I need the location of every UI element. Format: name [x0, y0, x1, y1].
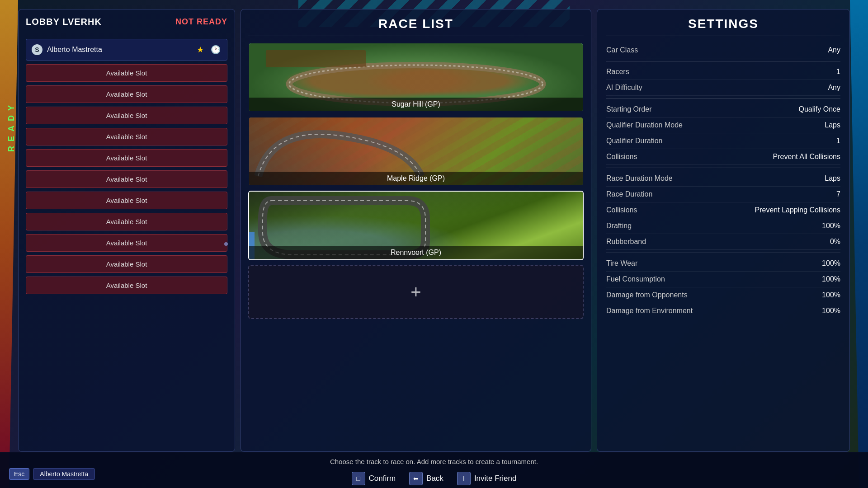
- slot-7[interactable]: Available Slot: [26, 192, 227, 209]
- setting-race-duration-value: 7: [836, 190, 840, 198]
- setting-car-class[interactable]: Car Class Any: [606, 42, 840, 58]
- clock-icon[interactable]: 🕐: [210, 44, 222, 56]
- setting-car-class-value: Any: [828, 46, 840, 54]
- setting-drafting[interactable]: Drafting 100%: [606, 218, 840, 234]
- setting-collisions-2-label: Collisions: [606, 206, 637, 214]
- setting-damage-environment-value: 100%: [822, 307, 840, 315]
- add-track-button[interactable]: +: [248, 265, 584, 319]
- slot-4[interactable]: Available Slot: [26, 128, 227, 145]
- race-list-title: RACE LIST: [248, 17, 584, 36]
- setting-race-duration-mode[interactable]: Race Duration Mode Laps: [606, 171, 840, 187]
- setting-qualifier-duration[interactable]: Qualifier Duration 1: [606, 133, 840, 149]
- setting-tire-wear-label: Tire Wear: [606, 259, 637, 267]
- confirm-label: Confirm: [369, 474, 396, 483]
- setting-tire-wear-value: 100%: [822, 259, 840, 267]
- setting-damage-opponents[interactable]: Damage from Opponents 100%: [606, 287, 840, 303]
- track-rennvoort-name: Rennvoort (GP): [249, 246, 583, 259]
- setting-tire-wear[interactable]: Tire Wear 100%: [606, 256, 840, 272]
- setting-collisions-1[interactable]: Collisions Prevent All Collisions: [606, 149, 840, 165]
- setting-collisions-1-value: Prevent All Collisions: [773, 153, 840, 161]
- race-list-content: Sugar Hill (GP) Maple Ridge (GP): [248, 42, 584, 444]
- hint-text: Choose the track to race on. Add more tr…: [330, 458, 538, 465]
- main-container: LOBBY LVERHK NOT READY S Alberto Mastret…: [18, 9, 850, 452]
- steam-icon: S: [32, 44, 42, 55]
- confirm-icon: □: [352, 472, 365, 485]
- setting-qualifier-duration-mode-label: Qualifier Duration Mode: [606, 121, 683, 129]
- setting-collisions-2-value: Prevent Lapping Collisions: [755, 206, 840, 214]
- setting-race-duration-label: Race Duration: [606, 190, 652, 198]
- track-sugar-hill[interactable]: Sugar Hill (GP): [248, 42, 584, 112]
- invite-friend-button[interactable]: I Invite Friend: [457, 472, 517, 485]
- slot-8[interactable]: Available Slot: [26, 213, 227, 230]
- slot-2[interactable]: Available Slot: [26, 85, 227, 103]
- race-panel: RACE LIST Sugar Hill (GP): [241, 9, 591, 452]
- setting-starting-order-label: Starting Order: [606, 105, 651, 113]
- confirm-button[interactable]: □ Confirm: [352, 472, 396, 485]
- invite-label: Invite Friend: [474, 474, 517, 483]
- setting-racers-label: Racers: [606, 68, 629, 76]
- invite-icon: I: [457, 472, 471, 485]
- track-maple-ridge[interactable]: Maple Ridge (GP): [248, 117, 584, 186]
- ready-side-label: READY: [7, 101, 16, 152]
- divider-3: [606, 168, 840, 168]
- setting-racers[interactable]: Racers 1: [606, 64, 840, 80]
- slot-11[interactable]: Available Slot: [26, 277, 227, 294]
- setting-race-duration-mode-label: Race Duration Mode: [606, 174, 673, 183]
- slot-3[interactable]: Available Slot: [26, 107, 227, 124]
- bottom-bar: Choose the track to race on. Add more tr…: [0, 452, 868, 488]
- back-icon: ⬅: [409, 472, 423, 485]
- player-name: Alberto Mastretta: [47, 46, 190, 54]
- setting-starting-order-value: Qualify Once: [799, 105, 840, 113]
- back-button[interactable]: ⬅ Back: [409, 472, 443, 485]
- setting-qualifier-duration-mode-value: Laps: [825, 121, 840, 129]
- divider-4: [606, 253, 840, 253]
- setting-racers-value: 1: [836, 68, 840, 76]
- setting-ai-difficulty-value: Any: [828, 84, 840, 92]
- setting-starting-order[interactable]: Starting Order Qualify Once: [606, 102, 840, 117]
- setting-qualifier-duration-mode[interactable]: Qualifier Duration Mode Laps: [606, 117, 840, 133]
- back-label: Back: [426, 474, 443, 483]
- setting-damage-opponents-label: Damage from Opponents: [606, 291, 688, 299]
- setting-drafting-label: Drafting: [606, 222, 632, 230]
- setting-rubberband[interactable]: Rubberband 0%: [606, 234, 840, 250]
- setting-ai-difficulty-label: AI Difficulty: [606, 84, 642, 92]
- setting-qualifier-duration-value: 1: [836, 137, 840, 145]
- slot-1[interactable]: Available Slot: [26, 64, 227, 82]
- lobby-status: NOT READY: [175, 17, 227, 27]
- setting-fuel-consumption[interactable]: Fuel Consumption 100%: [606, 272, 840, 287]
- slot-5[interactable]: Available Slot: [26, 149, 227, 167]
- setting-qualifier-duration-label: Qualifier Duration: [606, 137, 663, 145]
- track-maple-ridge-name: Maple Ridge (GP): [249, 172, 583, 185]
- player-icons: ★ 🕐: [194, 44, 222, 56]
- settings-content: Car Class Any Racers 1 AI Difficulty Any…: [606, 42, 840, 444]
- player-row: S Alberto Mastretta ★ 🕐: [26, 39, 227, 61]
- slot-6[interactable]: Available Slot: [26, 170, 227, 188]
- setting-race-duration[interactable]: Race Duration 7: [606, 187, 840, 202]
- setting-car-class-label: Car Class: [606, 46, 638, 54]
- setting-damage-environment-label: Damage from Environment: [606, 307, 693, 315]
- divider-1: [606, 61, 840, 61]
- track-rennvoort[interactable]: Rennvoort (GP): [248, 191, 584, 260]
- divider-2: [606, 99, 840, 99]
- setting-race-duration-mode-value: Laps: [825, 174, 840, 183]
- scroll-indicator: [224, 242, 228, 246]
- svg-rect-2: [266, 50, 366, 67]
- settings-panel: SETTINGS Car Class Any Racers 1 AI Diffi…: [597, 9, 850, 452]
- setting-fuel-consumption-label: Fuel Consumption: [606, 275, 665, 283]
- slot-10[interactable]: Available Slot: [26, 255, 227, 273]
- setting-drafting-value: 100%: [822, 222, 840, 230]
- action-buttons: □ Confirm ⬅ Back I Invite Friend: [0, 472, 868, 485]
- lobby-header: LOBBY LVERHK NOT READY: [26, 17, 227, 31]
- setting-damage-opponents-value: 100%: [822, 291, 840, 299]
- favorite-icon[interactable]: ★: [194, 44, 206, 56]
- setting-damage-environment[interactable]: Damage from Environment 100%: [606, 303, 840, 319]
- slot-9[interactable]: Available Slot: [26, 234, 227, 252]
- setting-collisions-2[interactable]: Collisions Prevent Lapping Collisions: [606, 202, 840, 218]
- setting-ai-difficulty[interactable]: AI Difficulty Any: [606, 80, 840, 96]
- setting-rubberband-value: 0%: [830, 238, 840, 246]
- setting-fuel-consumption-value: 100%: [822, 275, 840, 283]
- settings-title: SETTINGS: [606, 17, 840, 36]
- lobby-title: LOBBY LVERHK: [26, 17, 102, 27]
- setting-collisions-1-label: Collisions: [606, 153, 637, 161]
- add-track-icon: +: [410, 282, 421, 302]
